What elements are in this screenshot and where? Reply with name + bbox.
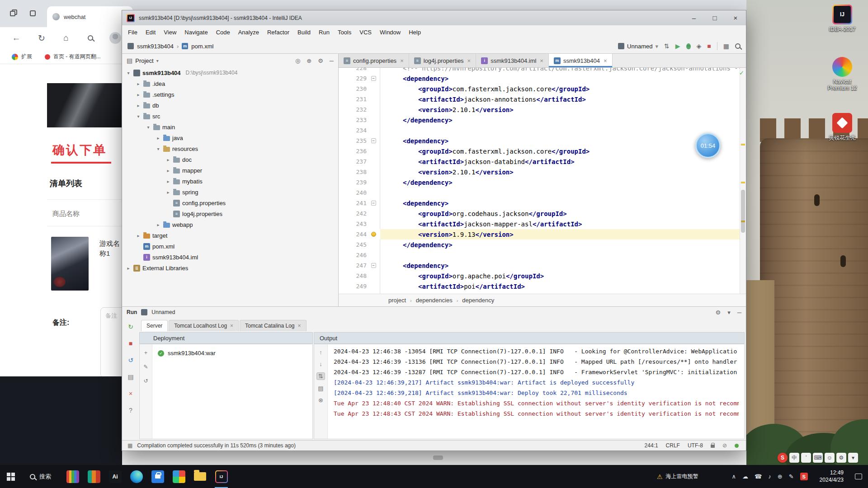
code-line-237[interactable]: 237<artifactId>jackson-databind</artifac…	[339, 156, 740, 167]
code-text[interactable]: <version>2.10.1</version>	[380, 106, 514, 113]
tree-item-external-libraries[interactable]: ▸≣External Libraries	[122, 263, 338, 273]
settings-gear-icon[interactable]: ⚙	[318, 57, 323, 64]
code-line-235[interactable]: 235−<dependency>	[339, 136, 740, 146]
toolbox-icon[interactable]: ⚙	[836, 453, 846, 463]
code-line-228[interactable]: 228<!-- https://mvnrepository.com/artifa…	[339, 68, 740, 73]
code-text[interactable]: <groupId>com.fasterxml.jackson.core</gro…	[380, 85, 590, 93]
sogou-tray-icon[interactable]: S	[800, 473, 808, 480]
chevron-right-icon[interactable]: ▸	[165, 179, 171, 184]
cloud-icon[interactable]: ☁	[742, 473, 748, 480]
code-line-240[interactable]: 240	[339, 188, 740, 198]
caret-position[interactable]: 244:1	[645, 442, 658, 449]
close-tab-icon[interactable]: ×	[604, 57, 607, 64]
console-output[interactable]: 2024-04-23 12:46:38 -13054 [RMI TCP Conn…	[328, 346, 739, 439]
pen-icon[interactable]: ✎	[789, 473, 794, 480]
code-line-241[interactable]: 241−<dependency>	[339, 198, 740, 208]
close-button[interactable]: ×	[725, 10, 746, 25]
scroll-to-bottom-icon[interactable]: ↓	[319, 361, 322, 367]
run-tab-tomcat-localhost-log[interactable]: Tomcat Localhost Log×	[169, 320, 239, 331]
code-line-248[interactable]: 248<groupId>org.apache.poi</groupId>	[339, 271, 740, 281]
settings-gear-icon[interactable]: ⚙	[716, 309, 721, 316]
chevron-down-icon[interactable]: ▾	[136, 114, 141, 119]
locate-file-icon[interactable]: ◎	[295, 57, 300, 64]
run-tab-server[interactable]: Server	[141, 320, 168, 331]
stop-button-icon[interactable]: ■	[707, 43, 711, 49]
tree-item-mybatis[interactable]: ▸mybatis	[122, 176, 338, 187]
code-line-249[interactable]: 249<artifactId>poi</artifactId>	[339, 281, 740, 291]
code-text[interactable]: <version>1.9.13</version>	[380, 231, 514, 238]
tree-item-doc[interactable]: ▸doc	[122, 154, 338, 165]
product-image[interactable]	[51, 237, 89, 291]
file-encoding[interactable]: UTF-8	[688, 442, 703, 449]
tree-item-java[interactable]: ▸java	[122, 132, 338, 143]
taskbar-app-intellij[interactable]: IJ	[211, 465, 232, 488]
edit-icon[interactable]: ✎	[143, 364, 148, 370]
chevron-right-icon[interactable]: ▸	[136, 233, 141, 238]
chevron-right-icon[interactable]: ▸	[136, 92, 141, 97]
code-text[interactable]: </dependency>	[380, 179, 453, 186]
desktop-icon-navicat-premium-12[interactable]: Navicat Premium 12	[822, 57, 863, 92]
desktop-icon-idea-2017[interactable]: IJIDEA-2017	[822, 5, 863, 33]
window-titlebar[interactable]: IJ ssmk913b404 [D:\bysj\ssmk913b404] - s…	[122, 10, 746, 25]
editor-tab-ssmk913b404[interactable]: mssmk913b404×	[549, 54, 613, 67]
toolwindow-switcher-icon[interactable]: ▦	[127, 442, 132, 449]
taskbar-app-reader[interactable]	[83, 465, 104, 488]
phone-link-icon[interactable]: ☎	[755, 473, 762, 480]
lang-mode-icon[interactable]: 中	[789, 453, 799, 463]
search-icon[interactable]	[85, 33, 96, 43]
code-line-244[interactable]: 244<version>1.9.13</version>	[339, 229, 740, 239]
taskbar-app-photos[interactable]	[168, 465, 189, 488]
code-line-242[interactable]: 242<groupId>org.codehaus.jackson</groupI…	[339, 208, 740, 219]
hide-panel-icon[interactable]: ─	[737, 309, 741, 316]
breadcrumb-item[interactable]: dependency	[462, 297, 494, 304]
fold-marker-icon[interactable]: −	[371, 138, 376, 143]
home-icon[interactable]: ⌂	[61, 33, 71, 43]
menu-window[interactable]: Window	[376, 27, 405, 38]
volume-icon[interactable]: ♪	[768, 473, 771, 480]
editor-tab-config-properties[interactable]: ≡config.properties×	[339, 54, 409, 67]
menu-refactor[interactable]: Refactor	[263, 27, 293, 38]
code-editor[interactable]: 228<!-- https://mvnrepository.com/artifa…	[339, 68, 740, 294]
minimize-button[interactable]: –	[684, 10, 704, 25]
chevron-right-icon[interactable]: ▸	[156, 222, 161, 227]
menu-run[interactable]: Run	[315, 27, 334, 38]
menu-view[interactable]: View	[160, 27, 180, 38]
code-line-246[interactable]: 246	[339, 250, 740, 260]
taskbar-app-store[interactable]	[147, 465, 168, 488]
code-text[interactable]: <artifactId>jackson-mapper-asl</artifact…	[380, 221, 582, 228]
code-line-236[interactable]: 236<groupId>com.fasterxml.jackson.core</…	[339, 146, 740, 156]
add-icon[interactable]: +	[144, 350, 147, 356]
code-text[interactable]: <dependency>	[380, 75, 448, 82]
editor-scrollbar[interactable]	[740, 68, 746, 294]
horizontal-scrollbar[interactable]	[433, 455, 443, 460]
code-line-247[interactable]: 247−<dependency>	[339, 260, 740, 271]
line-separator[interactable]: CRLF	[666, 442, 680, 449]
run-tab-tomcat-catalina-log[interactable]: Tomcat Catalina Log×	[240, 320, 306, 331]
more-icon[interactable]: ▾	[848, 453, 858, 463]
inspections-ok-icon[interactable]: ✓	[739, 70, 744, 76]
weather-alert[interactable]: ⚠ 海上雷电预警	[651, 473, 704, 480]
taskbar-app-edge[interactable]	[126, 465, 147, 488]
emoji-icon[interactable]: ☺	[825, 453, 835, 463]
desktop-icon-贝锐花生壳[interactable]: 贝锐花生壳	[822, 113, 863, 141]
code-text[interactable]: <!-- https://mvnrepository.com/artifact/…	[380, 68, 740, 72]
bookmark-homepage[interactable]: 首页 - 有道网页翻...	[45, 53, 101, 61]
chevron-right-icon[interactable]: ▸	[165, 190, 171, 195]
chevron-right-icon[interactable]: ▸	[165, 157, 171, 162]
close-tab-icon[interactable]: ×	[298, 323, 301, 329]
browser-tab[interactable]: webchat	[47, 6, 133, 27]
code-line-229[interactable]: 229−<dependency>	[339, 73, 740, 84]
event-indicator[interactable]	[735, 444, 739, 448]
dashboard-icon[interactable]: ▤	[127, 373, 133, 380]
deployment-artifact[interactable]: ✓ ssmk913b404:war	[158, 350, 216, 357]
code-text[interactable]: <dependency>	[380, 200, 448, 207]
tree-item-main[interactable]: ▾main	[122, 122, 338, 132]
close-tab-icon[interactable]: ×	[400, 57, 404, 64]
start-button[interactable]	[0, 465, 22, 488]
taskbar-clock[interactable]: 12:49 2024/4/23	[814, 469, 849, 483]
menu-build[interactable]: Build	[293, 27, 315, 38]
code-line-234[interactable]: 234	[339, 125, 740, 136]
search-everywhere-icon[interactable]	[735, 43, 741, 49]
code-text[interactable]: <version>2.10.1</version>	[380, 169, 514, 176]
tree-item-db[interactable]: ▸db	[122, 100, 338, 111]
